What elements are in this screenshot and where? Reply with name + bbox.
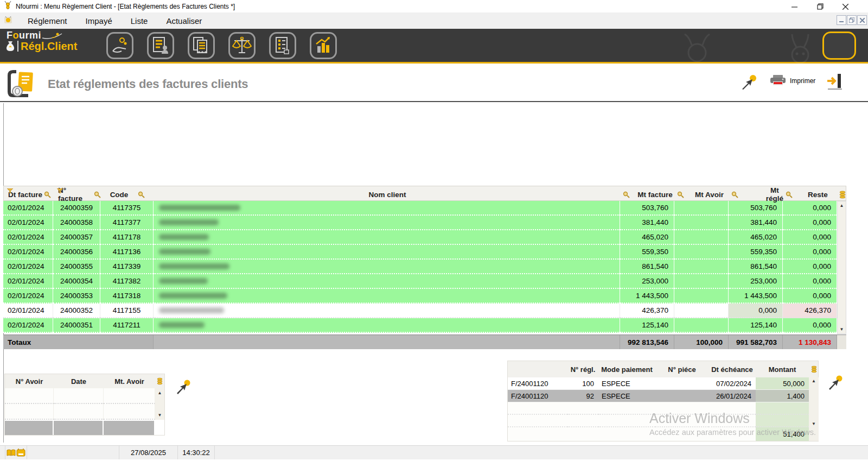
print-button[interactable]: Imprimer xyxy=(770,75,815,87)
activate-windows-subtext: Accédez aux paramètres pour activer Wind… xyxy=(649,428,816,437)
cell-dt-facture: 02/01/2024 xyxy=(3,201,53,216)
pin-icon[interactable] xyxy=(828,375,843,392)
toolbar-right-button[interactable] xyxy=(822,31,856,60)
menu-item-3[interactable]: Liste xyxy=(122,13,157,29)
client-document-button[interactable] xyxy=(147,32,174,59)
col-mode-paiement[interactable]: Mode paiement xyxy=(598,361,655,377)
close-button[interactable] xyxy=(833,0,858,13)
cell-nom-client xyxy=(154,289,620,304)
status-gap xyxy=(27,446,119,459)
etat-reglements-button[interactable] xyxy=(269,32,296,59)
reglement-scrollbar[interactable] xyxy=(809,402,819,415)
cell-dt-facture: 02/01/2024 xyxy=(3,318,53,333)
cell-dt-facture: 02/01/2024 xyxy=(3,216,53,230)
table-row[interactable]: 02/01/2024240003574117178465,020465,0200… xyxy=(3,230,846,245)
scroll-down-icon[interactable]: ▼ xyxy=(809,421,819,426)
table-row[interactable]: 02/01/2024240003524117155426,3700,000426… xyxy=(3,304,846,318)
col-dt-echeance[interactable]: Dt échéance xyxy=(709,361,756,377)
reglement-scrollbar[interactable]: ▼ xyxy=(809,415,819,427)
search-icon[interactable] xyxy=(786,191,793,198)
coins-icon[interactable] xyxy=(811,365,817,373)
scroll-up-icon[interactable]: ▲ xyxy=(809,378,819,383)
col-mt-regle[interactable]: Mt réglé xyxy=(729,186,783,203)
col-mt-avoir2[interactable]: Mt. Avoir xyxy=(104,374,155,388)
col-mt-avoir[interactable]: Mt Avoir xyxy=(675,186,729,203)
scroll-down-icon[interactable]: ▼ xyxy=(155,413,164,418)
filter-panel: Période du 01/01/2024 Au 05/01/2024 26 E… xyxy=(0,103,868,180)
book-icon[interactable] xyxy=(7,449,16,457)
table-row[interactable]: 02/01/2024240003584117377381,440381,4400… xyxy=(3,216,846,230)
statistiques-button[interactable] xyxy=(310,32,337,59)
mdi-close-button[interactable] xyxy=(857,15,867,25)
menu-item-2[interactable]: Impayé xyxy=(76,13,122,29)
search-icon[interactable] xyxy=(731,191,738,198)
table-row[interactable]: 02/01/2024240003554117339861,540861,5400… xyxy=(3,260,846,274)
mdi-restore-button[interactable] xyxy=(847,15,857,25)
reglement-row[interactable]: F/24001120100ESPECE07/02/202450,000▲ xyxy=(508,377,818,390)
search-icon[interactable] xyxy=(138,191,145,198)
client-name-blurred xyxy=(159,249,210,255)
calendar-status-icon[interactable] xyxy=(16,449,25,457)
menu-bar-items: RéglementImpayéListeActualiser xyxy=(18,13,211,29)
scroll-down-icon[interactable]: ▼ xyxy=(838,327,846,332)
totals-mt-facture: 992 813,546 xyxy=(620,335,674,349)
reglement-row[interactable]: F/2400112092ESPECE26/01/20241,400 xyxy=(508,390,818,402)
col-reste[interactable]: Reste xyxy=(783,186,838,203)
logo-fourmi: Fourmi xyxy=(7,30,77,41)
reglement-scrollbar[interactable] xyxy=(809,390,819,402)
mdi-minimize-button[interactable] xyxy=(837,15,846,25)
cell-mt-facture: 1 443,500 xyxy=(620,289,674,304)
pin-icon[interactable] xyxy=(176,379,191,396)
search-icon[interactable] xyxy=(44,191,51,198)
cell-mt-regle: 559,350 xyxy=(729,245,783,260)
hand-payment-icon xyxy=(111,37,129,54)
minimize-button[interactable] xyxy=(782,0,807,13)
invoice-table-header: Dt facture N° facture Code Nom client Mt… xyxy=(3,186,846,201)
table-row[interactable]: 02/01/2024240003594117375503,760503,7600… xyxy=(3,201,846,216)
search-icon[interactable] xyxy=(94,191,101,198)
search-icon[interactable] xyxy=(623,191,630,198)
scroll-up-icon[interactable]: ▲ xyxy=(838,203,846,208)
table-row[interactable]: 02/01/2024240003544117382253,000253,0000… xyxy=(3,274,846,289)
col-dt-facture[interactable]: Dt facture xyxy=(4,186,54,203)
cell-mt-regle: 381,440 xyxy=(729,216,783,230)
search-icon[interactable] xyxy=(677,191,684,198)
table-row[interactable]: 02/01/2024240003514117211125,140125,1400… xyxy=(3,318,846,333)
coins-icon[interactable] xyxy=(157,377,163,385)
menu-item-4[interactable]: Actualiser xyxy=(157,13,211,29)
cell-mode-paiement: ESPECE xyxy=(598,390,655,402)
cell-num-facture: 24000354 xyxy=(53,274,100,289)
table-row[interactable]: 02/01/20242400035341173181 443,5001 443,… xyxy=(3,289,846,304)
reglement-saisie-button[interactable] xyxy=(106,32,133,59)
cell-mt-facture: 465,020 xyxy=(620,230,674,245)
col-mt-facture[interactable]: Mt facture xyxy=(621,186,675,203)
avoir-scrollbar[interactable]: ▼ xyxy=(155,404,164,420)
table-row[interactable]: 02/01/2024240003564117136559,350559,3500… xyxy=(3,245,846,260)
client-name-blurred xyxy=(159,307,224,313)
reglement-scrollbar[interactable]: ▲ xyxy=(809,377,819,390)
col-avoir-date[interactable]: Date xyxy=(54,374,104,388)
cell-dt-echeance: 26/01/2024 xyxy=(709,390,756,402)
col-num-facture[interactable]: N° facture xyxy=(54,186,101,203)
exit-button[interactable] xyxy=(827,73,843,93)
scroll-up-icon[interactable]: ▲ xyxy=(155,390,164,395)
cell-num-piece xyxy=(655,390,709,402)
coins-icon[interactable] xyxy=(839,191,846,199)
menu-ant-icon xyxy=(4,16,13,27)
col-montant[interactable]: Montant xyxy=(756,361,809,377)
avoir-scrollbar[interactable]: ▲ xyxy=(155,388,164,404)
factures-list-button[interactable] xyxy=(188,32,215,59)
col-num-piece[interactable]: N° piéce xyxy=(655,361,709,377)
balance-button[interactable] xyxy=(228,32,256,59)
col-code[interactable]: Code xyxy=(101,186,154,203)
avoir-row-empty[interactable]: ▼ xyxy=(5,404,164,420)
page-title: Etat réglements des factures clients xyxy=(48,77,248,91)
col-num-regl[interactable]: N° régl. xyxy=(567,361,598,377)
invoice-table-scrollbar[interactable]: ▲ ▼ xyxy=(837,201,846,334)
col-nom-client[interactable]: Nom client xyxy=(154,186,621,203)
pin-icon[interactable] xyxy=(741,74,757,92)
menu-item-1[interactable]: Réglement xyxy=(18,13,76,29)
restore-button[interactable] xyxy=(807,0,833,13)
col-num-avoir[interactable]: N° Avoir xyxy=(5,374,54,388)
avoir-row-empty[interactable]: ▲ xyxy=(5,388,164,404)
